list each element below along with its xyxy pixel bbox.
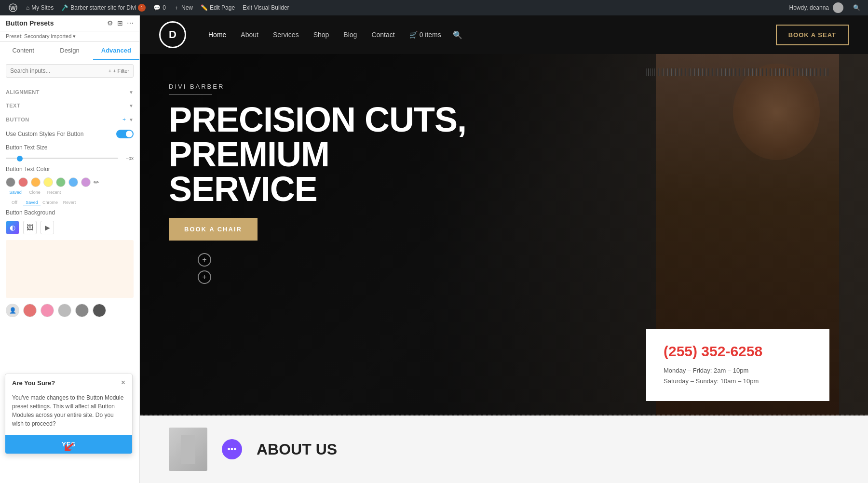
add-row-button-2[interactable]: +: [198, 270, 211, 284]
toggle-label-saved: Saved: [23, 200, 41, 205]
cart-icon: 🛒: [409, 31, 418, 39]
color-circle-2[interactable]: [41, 304, 54, 317]
hero-bottom-divider: [140, 415, 868, 416]
toggle-label-revert: Revert: [60, 200, 79, 205]
tab-advanced[interactable]: Advanced: [93, 42, 139, 60]
alignment-section-header[interactable]: Alignment ▼: [0, 85, 139, 99]
nav-cart[interactable]: 🛒 0 items: [403, 26, 448, 43]
text-size-slider-thumb[interactable]: [17, 156, 23, 161]
site-name[interactable]: 🪒 Barber starter site for Divi 1: [57, 0, 149, 15]
nav-contact[interactable]: Contact: [365, 26, 401, 43]
text-section-header[interactable]: Text ▼: [0, 99, 139, 112]
bg-option-video[interactable]: ▶: [41, 221, 54, 234]
new-content-menu[interactable]: ＋ New: [170, 0, 197, 15]
button-text-color-row: Button Text Color: [0, 163, 139, 175]
color-circle-1[interactable]: [23, 304, 37, 317]
wp-logo[interactable]: W: [4, 0, 22, 15]
about-title: ABOUT US: [257, 441, 337, 458]
nav-about[interactable]: About: [234, 26, 265, 43]
hero-brand-name: DIVI BARBER: [169, 83, 839, 90]
nav-shop[interactable]: Shop: [307, 26, 336, 43]
color-circle-5[interactable]: [93, 304, 106, 317]
user-avatar-color: 👤: [6, 304, 19, 317]
custom-styles-row: Use Custom Styles For Button: [0, 127, 139, 141]
my-sites-menu[interactable]: ⌂ My Sites: [22, 0, 57, 15]
color-swatch-orange[interactable]: [31, 177, 41, 187]
toggle-labels: Off Saved Chrome Revert: [0, 199, 139, 206]
sidebar-header-icons: ⚙ ⊞ ⋯: [107, 19, 134, 27]
color-circle-3[interactable]: [58, 304, 71, 317]
nav-blog[interactable]: Blog: [337, 26, 364, 43]
about-menu-button[interactable]: •••: [222, 439, 242, 459]
bg-option-image[interactable]: 🖼: [23, 221, 37, 234]
tab-content[interactable]: Content: [0, 42, 46, 60]
site-header: D Home About Services Shop Blog Contact …: [140, 15, 868, 54]
settings-icon[interactable]: ⚙: [107, 19, 113, 27]
color-swatches-row: ✏: [0, 175, 139, 189]
color-swatch-green[interactable]: [56, 177, 66, 187]
comments-link[interactable]: 💬 0: [149, 0, 170, 15]
contact-hours: Monday – Friday: 2am – 10pm Saturday – S…: [664, 365, 812, 387]
dialog-body: You've made changes to the Button Module…: [5, 391, 132, 435]
button-text-size-row: Button Text Size: [0, 141, 139, 154]
button-chevron: ▼: [129, 117, 134, 122]
sidebar-title: Button Presets: [6, 19, 54, 27]
search-input[interactable]: [6, 65, 105, 77]
layout-icon[interactable]: ⊞: [117, 19, 123, 27]
color-labels: Saved Clone Recent: [0, 189, 139, 196]
more-icon[interactable]: ⋯: [127, 19, 134, 27]
color-swatch-red[interactable]: [18, 177, 28, 187]
text-size-slider-row: –px: [0, 154, 139, 163]
hero-brand-line: [169, 94, 212, 94]
page-content: D Home About Services Shop Blog Contact …: [140, 15, 868, 483]
hero-cta-button[interactable]: BOOK A CHAIR: [169, 218, 258, 241]
admin-bar: W ⌂ My Sites 🪒 Barber starter site for D…: [0, 0, 868, 15]
dialog-confirm-button[interactable]: Yes: [5, 435, 132, 454]
bg-option-gradient[interactable]: ◐: [6, 221, 19, 234]
howdy-menu[interactable]: Howdy, deanna: [786, 2, 848, 13]
filter-button[interactable]: + + Filter: [105, 66, 133, 76]
custom-styles-toggle[interactable]: [116, 130, 134, 138]
site-logo: D: [159, 21, 186, 48]
exit-builder-link[interactable]: Exit Visual Builder: [239, 0, 293, 15]
admin-bar-right: Howdy, deanna 🔍: [786, 2, 865, 13]
color-label-recent[interactable]: Recent: [44, 190, 64, 195]
color-label-clone[interactable]: Clone: [25, 190, 44, 195]
alignment-chevron: ▼: [129, 90, 134, 95]
app-container: Button Presets ⚙ ⊞ ⋯ Preset: Secondary i…: [0, 15, 868, 483]
button-section-header[interactable]: Button + ▼: [0, 112, 139, 127]
contact-phone: (255) 352-6258: [664, 343, 812, 360]
site-cta-button[interactable]: Book A Seat: [776, 25, 849, 45]
tab-design[interactable]: Design: [46, 42, 93, 60]
admin-search-icon[interactable]: 🔍: [849, 4, 864, 11]
text-size-slider-track[interactable]: [6, 158, 118, 159]
background-options: ◐ 🖼 ▶: [0, 219, 139, 236]
nav-home[interactable]: Home: [202, 26, 233, 43]
button-background-row: Button Background: [0, 206, 139, 219]
toggle-switch[interactable]: [116, 130, 134, 138]
color-swatch-blue[interactable]: [68, 177, 78, 187]
confirmation-dialog: Are You Sure? × You've made changes to t…: [5, 374, 133, 454]
barcode-strip: [646, 68, 829, 76]
sidebar-header: Button Presets ⚙ ⊞ ⋯: [0, 15, 139, 31]
hero-add-buttons: + +: [198, 253, 839, 284]
color-swatch-yellow[interactable]: [43, 177, 53, 187]
nav-search-icon[interactable]: 🔍: [449, 26, 466, 44]
preset-label[interactable]: Preset: Secondary imported ▾: [0, 31, 139, 42]
hero-section: DIVI BARBER PRECISION CUTS, PREMIUM SERV…: [140, 54, 868, 416]
nav-services[interactable]: Services: [266, 26, 306, 43]
edit-page-link[interactable]: ✏️ Edit Page: [197, 0, 239, 15]
color-label-saved[interactable]: Saved: [6, 190, 25, 195]
hero-title: PRECISION CUTS, PREMIUM SERVICE: [169, 102, 506, 206]
add-row-button-1[interactable]: +: [198, 253, 211, 267]
color-swatch-purple[interactable]: [81, 177, 91, 187]
search-bar: + + Filter: [6, 64, 134, 78]
color-swatch-gray[interactable]: [6, 177, 15, 187]
site-nav: Home About Services Shop Blog Contact 🛒 …: [202, 26, 776, 44]
color-eyedropper-icon[interactable]: ✏: [94, 178, 99, 186]
more-colors-row: 👤: [0, 302, 139, 319]
hero-brand: DIVI BARBER: [169, 83, 839, 94]
color-circle-4[interactable]: [75, 304, 89, 317]
dialog-close-button[interactable]: ×: [121, 379, 125, 387]
button-section-add[interactable]: +: [122, 116, 126, 123]
